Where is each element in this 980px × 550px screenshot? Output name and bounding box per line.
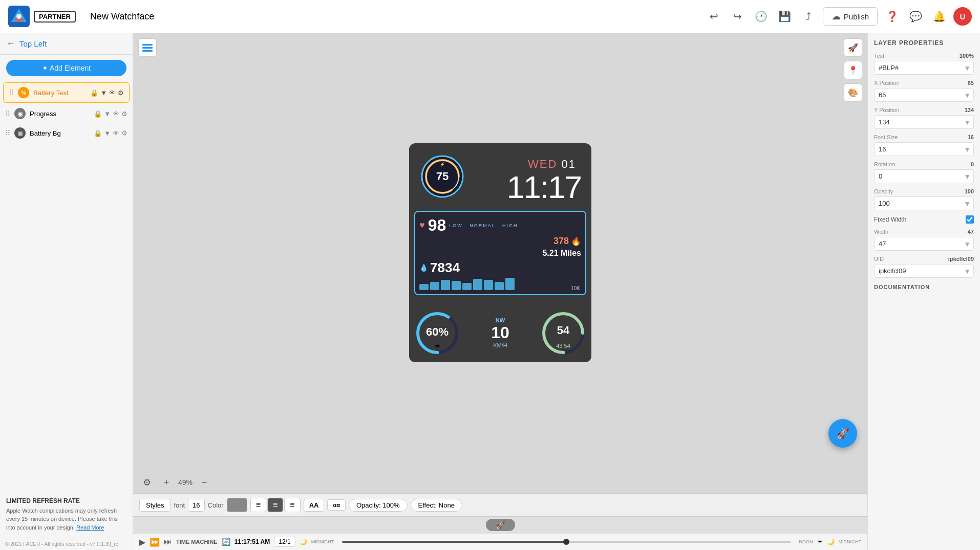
zoom-out-button[interactable]: − — [197, 475, 212, 490]
layer-actions-battery-text: 🔒 ▼ 👁 ⚙ — [90, 89, 124, 97]
settings-icon[interactable]: ⚙ — [118, 89, 124, 97]
align-right-button[interactable]: ≡ — [284, 498, 300, 512]
fast-forward-button[interactable]: ⏩ — [150, 537, 160, 547]
effect-button[interactable]: Effect: None — [411, 499, 462, 512]
xpos-input[interactable] — [874, 88, 974, 102]
wf-umbrella-icon: ☂ — [434, 343, 441, 351]
xpos-label: X Position — [874, 80, 900, 86]
layer-item-battery-text[interactable]: ⠿ % Battery Text 🔒 ▼ 👁 ⚙ — [3, 82, 130, 103]
publish-button[interactable]: ☁ Publish — [823, 7, 878, 26]
opacity-button[interactable]: Opacity: 100% — [349, 499, 408, 512]
ypos-input[interactable] — [874, 115, 974, 129]
styles-toolbar: Styles font 16 Color ≡ ≡ ≡ AA αα Opacity… — [133, 493, 867, 516]
settings-zoom-button[interactable]: ⚙ — [139, 475, 155, 490]
text-transform-button[interactable]: αα — [327, 499, 346, 511]
lock-icon[interactable]: 🔒 — [94, 110, 102, 118]
undo-button[interactable]: ↩ — [705, 7, 723, 26]
zoom-in-button[interactable]: + — [159, 475, 174, 490]
filter-icon[interactable]: ▼ — [100, 89, 107, 97]
drag-handle-icon: ⠿ — [9, 89, 14, 97]
history-button[interactable]: 🕐 — [752, 7, 771, 26]
filter-icon[interactable]: ▼ — [104, 110, 111, 118]
add-element-button[interactable]: ✦ Add Element — [6, 60, 126, 76]
opacity-label: Opacity: — [356, 501, 381, 509]
noon-label: NOON — [799, 539, 813, 544]
color-picker[interactable] — [227, 498, 247, 512]
chat-button[interactable]: 💬 — [906, 7, 925, 26]
align-left-button[interactable]: ≡ — [250, 498, 266, 512]
rp-rotation-field: Rotation 0 ▼ — [874, 161, 974, 183]
align-group: ≡ ≡ ≡ — [250, 498, 301, 512]
width-arrow-icon: ▼ — [964, 240, 971, 248]
wf-wind-speed: 10 — [491, 323, 509, 342]
wf-calories: 378 — [553, 236, 569, 247]
opacity-value: 100% — [382, 501, 399, 509]
fontsize-input[interactable] — [874, 142, 974, 156]
midnight-label-left: MIDNIGHT — [311, 539, 334, 544]
save-button[interactable]: 💾 — [776, 7, 794, 26]
xpos-pct: 65 — [968, 80, 974, 86]
toolbar-rocket-button[interactable]: 🚀 — [486, 519, 515, 531]
help-button[interactable]: ❓ — [883, 7, 901, 26]
uid-input[interactable] — [874, 264, 974, 278]
rp-text-field: Text 100% ▼ — [874, 53, 974, 75]
play-button[interactable]: ▶ — [139, 537, 145, 547]
share-button[interactable]: ⤴ — [799, 7, 818, 26]
align-center-button[interactable]: ≡ — [267, 498, 283, 512]
layer-item-progress[interactable]: ⠿ ◉ Progress 🔒 ▼ 👁 ⚙ — [0, 104, 133, 123]
wf-bottom-section: 60% ☂ NW 10 KM/H — [414, 310, 586, 356]
redo-button[interactable]: ↪ — [729, 7, 747, 26]
refresh-notice: LIMITED REFRESH RATE Apple Watch complic… — [0, 491, 133, 538]
footer: © 2021 FACER - All rights reserved - v7.… — [0, 538, 133, 550]
filter-icon[interactable]: ▼ — [104, 129, 111, 137]
user-avatar[interactable]: U — [953, 7, 972, 26]
documentation-title: DOCUMENTATION — [874, 284, 974, 290]
layer-item-battery-bg[interactable]: ⠿ ▦ Battery Bg 🔒 ▼ 👁 ⚙ — [0, 123, 133, 143]
fab-rocket-button[interactable]: 🚀 — [828, 419, 857, 448]
eye-icon[interactable]: 👁 — [113, 110, 119, 118]
timeline: ▶ ⏩ ⏭ TIME MACHINE 🔄 11:17:51 AM 12/1 🌙 … — [133, 533, 867, 550]
canvas-toolbar-right: 🚀 📍 🎨 — [844, 38, 862, 102]
rp-ypos-field: Y Position 134 ▼ — [874, 107, 974, 129]
timeline-time: 11:17:51 AM — [235, 538, 270, 545]
styles-button[interactable]: Styles — [139, 499, 171, 512]
fixed-width-row: Fixed Width — [874, 215, 974, 224]
settings-icon[interactable]: ⚙ — [121, 129, 127, 137]
wf-bpm: 98 — [428, 216, 446, 235]
lock-icon[interactable]: 🔒 — [94, 129, 102, 137]
opacity-field-pct: 100 — [965, 188, 974, 194]
rocket-icon-button[interactable]: 🚀 — [844, 38, 862, 57]
opacity-field-input[interactable] — [874, 196, 974, 210]
watchface-preview[interactable]: WED 01 11:17 75 ⚡ — [409, 143, 591, 362]
zoom-value: 49% — [178, 478, 193, 487]
wf-temp-val: 54 — [557, 323, 569, 337]
rotation-input[interactable] — [874, 169, 974, 183]
app-title: New Watchface — [90, 11, 154, 22]
paint-button[interactable]: 🎨 — [844, 83, 862, 102]
text-case-button[interactable]: AA — [304, 499, 325, 512]
notifications-button[interactable]: 🔔 — [930, 7, 948, 26]
fixed-width-checkbox[interactable] — [966, 215, 974, 224]
eye-icon[interactable]: 👁 — [109, 89, 116, 97]
sun-icon: ☀ — [817, 538, 823, 545]
settings-icon[interactable]: ⚙ — [121, 110, 127, 118]
opacity-field-label: Opacity — [874, 188, 893, 194]
layers-button[interactable] — [138, 38, 157, 57]
rotation-pct: 0 — [971, 161, 974, 167]
eye-icon[interactable]: 👁 — [113, 129, 119, 137]
lock-icon[interactable]: 🔒 — [90, 89, 98, 97]
read-more-link[interactable]: Read More — [76, 524, 104, 531]
back-button[interactable]: ← — [6, 38, 15, 49]
skip-forward-button[interactable]: ⏭ — [164, 537, 172, 546]
effect-value: None — [439, 501, 455, 509]
wf-steps: 7834 — [430, 260, 460, 276]
uid-val: ipkclfcl09 — [948, 256, 974, 262]
layer-name-battery-bg: Battery Bg — [30, 129, 90, 137]
width-pct: 47 — [968, 229, 974, 235]
location-button[interactable]: 📍 — [844, 61, 862, 79]
text-input[interactable] — [874, 61, 974, 75]
timeline-bar[interactable] — [342, 541, 791, 543]
width-input[interactable] — [874, 237, 974, 251]
canvas-viewport: WED 01 11:17 75 ⚡ — [133, 33, 867, 472]
timeline-date[interactable]: 12/1 — [274, 537, 295, 547]
